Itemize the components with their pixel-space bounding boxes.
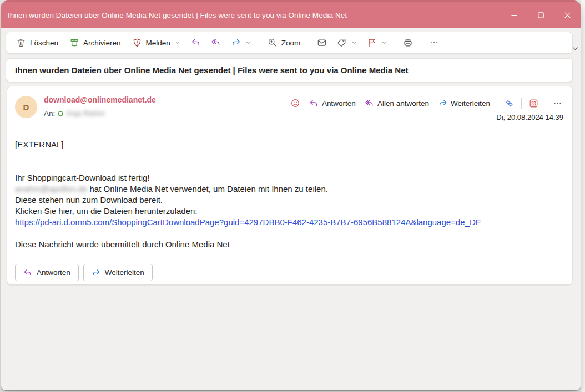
- subject-bar: Ihnen wurden Dateien über Online Media N…: [6, 58, 573, 82]
- archive-label: Archivieren: [83, 39, 121, 47]
- forward-button-footer[interactable]: Weiterleiten: [83, 264, 153, 281]
- reply-all-icon: [365, 99, 374, 108]
- chevron-down-icon: [245, 40, 251, 45]
- quick-actions: Antworten Weiterleiten: [15, 264, 153, 281]
- zoom-label: Zoom: [281, 39, 301, 47]
- blank-line: [15, 228, 481, 239]
- chevron-down-icon: [175, 40, 180, 45]
- archive-icon: [69, 38, 79, 48]
- maximize-icon: [538, 12, 544, 18]
- message-date: Di, 20.08.2024 14:39: [496, 113, 563, 121]
- window-titlebar: Ihnen wurden Dateien über Online Media N…: [1, 2, 581, 28]
- recipient-name-redacted[interactable]: Anja Riehm: [66, 109, 105, 118]
- chevron-down-icon: [381, 40, 387, 45]
- smiley-icon: [290, 98, 300, 108]
- reply-icon: [191, 38, 201, 48]
- toolbar-divider: [259, 37, 259, 49]
- reply-icon: [23, 268, 32, 277]
- toolbar-divider: [421, 37, 421, 49]
- more-message-actions-button[interactable]: [548, 95, 567, 111]
- blank-line: [15, 150, 481, 161]
- window-controls: [501, 2, 581, 28]
- zoom-in-icon: [268, 38, 278, 48]
- reply-button[interactable]: [186, 34, 206, 51]
- forward-icon: [92, 268, 100, 277]
- body-line-text: hat Online Media Net verwendet, um Datei…: [90, 184, 328, 194]
- close-button[interactable]: [554, 2, 581, 28]
- reply-footer-label: Antworten: [37, 268, 70, 277]
- external-tag: [EXTERNAL]: [15, 139, 481, 150]
- avatar-initial: D: [23, 103, 29, 112]
- report-button[interactable]: Melden: [127, 34, 186, 51]
- maximize-button[interactable]: [527, 2, 554, 28]
- blank-line: [15, 161, 481, 172]
- shield-alert-icon: [132, 38, 142, 48]
- flag-button[interactable]: [362, 34, 392, 51]
- close-icon: [564, 12, 571, 18]
- reply-icon: [309, 99, 319, 108]
- more-icon: [553, 99, 562, 108]
- message-actions: Antworten Allen antworten Weiterleiten: [286, 95, 567, 111]
- body-line: Klicken Sie hier, um die Dateien herunte…: [15, 206, 481, 217]
- forward-footer-label: Weiterleiten: [105, 268, 144, 277]
- toolbar-divider: [395, 37, 395, 49]
- more-icon: [429, 38, 439, 48]
- reply-all-button[interactable]: Allen antworten: [360, 95, 433, 111]
- reply-button-footer[interactable]: Antworten: [15, 264, 79, 281]
- message-pane: D download@onlinemedianet.de An: Anja Ri…: [7, 86, 573, 285]
- reply-button[interactable]: Antworten: [305, 95, 360, 111]
- body-line: Ihr Shoppingcart-Download ist fertig!: [15, 172, 481, 184]
- toolbar-divider: [309, 37, 309, 49]
- to-label: An:: [44, 109, 55, 118]
- forward-button[interactable]: Weiterleiten: [433, 95, 495, 111]
- reply-all-button[interactable]: [206, 34, 226, 51]
- forward-button[interactable]: [226, 34, 256, 51]
- apps-button[interactable]: [524, 95, 543, 111]
- envelope-icon: [317, 38, 327, 48]
- sender-email-redacted: anahm@apollon.de: [15, 184, 87, 194]
- forward-icon: [438, 99, 447, 108]
- collapse-toolbar-button[interactable]: [571, 44, 580, 53]
- report-label: Melden: [146, 39, 170, 47]
- tag-icon: [337, 38, 347, 48]
- avatar[interactable]: D: [15, 96, 37, 118]
- reply-label: Antworten: [322, 99, 356, 108]
- print-button[interactable]: [398, 34, 418, 51]
- mark-unread-button[interactable]: [312, 34, 332, 51]
- message-body: [EXTERNAL] Ihr Shoppingcart-Download ist…: [15, 139, 481, 250]
- more-actions-button[interactable]: [424, 34, 444, 51]
- share-link-icon: [504, 98, 515, 109]
- screen: Ihnen wurden Dateien über Online Media N…: [0, 0, 585, 392]
- archive-button[interactable]: Archivieren: [64, 34, 127, 51]
- body-line: https://pd-ari.d.omn5.com/ShoppingCartDo…: [15, 217, 481, 228]
- background-window-edge: [581, 0, 585, 392]
- zoom-button[interactable]: Zoom: [262, 34, 306, 51]
- body-line: Diese Nachricht wurde übermittelt durch …: [15, 239, 481, 250]
- reply-all-icon: [211, 38, 221, 48]
- categorize-button[interactable]: [332, 34, 362, 51]
- download-link[interactable]: https://pd-ari.d.omn5.com/ShoppingCartDo…: [15, 217, 481, 227]
- trash-icon: [16, 38, 26, 48]
- toolbar: Löschen Archivieren Melden: [6, 32, 573, 54]
- body-line: anahm@apollon.de hat Online Media Net ve…: [15, 184, 481, 195]
- chevron-down-icon: [572, 45, 579, 52]
- body-line: Diese stehen nun zum Download bereit.: [15, 195, 481, 206]
- recipient-row: An: Anja Riehm: [44, 109, 105, 118]
- share-button[interactable]: [500, 95, 519, 111]
- delete-button[interactable]: Löschen: [11, 34, 64, 51]
- minimize-button[interactable]: [501, 2, 527, 28]
- apps-grid-icon: [528, 98, 539, 109]
- actions-divider: [497, 98, 497, 109]
- forward-icon: [231, 38, 241, 48]
- reactions-button[interactable]: [286, 95, 305, 111]
- printer-icon: [403, 38, 413, 48]
- actions-divider: [546, 98, 546, 109]
- delete-label: Löschen: [30, 39, 58, 47]
- presence-square-icon: [58, 111, 63, 116]
- reply-all-label: Allen antworten: [377, 99, 429, 108]
- sender-address[interactable]: download@onlinemedianet.de: [44, 95, 156, 104]
- window-title: Ihnen wurden Dateien über Online Media N…: [1, 11, 347, 19]
- chevron-down-icon: [351, 40, 357, 45]
- actions-divider: [521, 98, 522, 109]
- minimize-icon: [511, 12, 517, 18]
